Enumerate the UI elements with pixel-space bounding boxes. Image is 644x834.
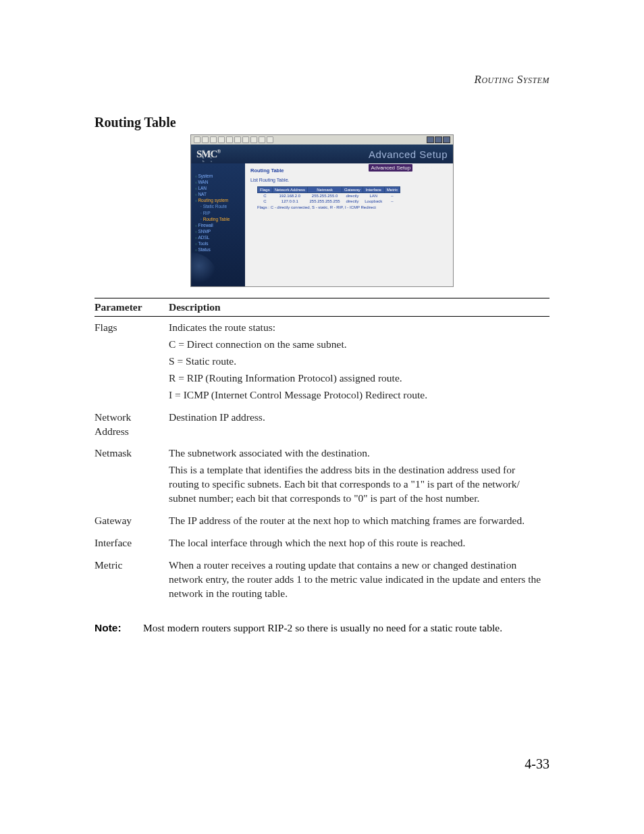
param-name: Metric xyxy=(95,554,169,605)
screenshot-container: SMC® N e t w o r k s Advanced Setup Adva… xyxy=(95,134,549,287)
toolbar-fav-icon[interactable] xyxy=(242,136,249,143)
main-panel: Routing Table List Routing Table. FlagsN… xyxy=(245,163,453,286)
note-text: Most modern routers support RIP-2 so the… xyxy=(143,620,502,635)
param-desc: Indicates the route status:C = Direct co… xyxy=(169,317,549,407)
window-controls xyxy=(427,136,450,143)
sidebar-item-routing-table[interactable]: Routing Table xyxy=(195,216,242,222)
sidebar: SystemWANLANNATRouting systemStatic Rout… xyxy=(191,163,245,286)
param-desc: Destination IP address. xyxy=(169,407,549,443)
table-row: C127.0.0.1255.255.255.255directlyLoopbac… xyxy=(258,199,400,204)
table-cell: LAN xyxy=(363,193,384,199)
table-cell: C xyxy=(258,193,273,199)
home-link[interactable]: Home xyxy=(414,165,429,171)
toolbar-print-icon[interactable] xyxy=(267,136,273,143)
desc-line: The local interface through which the ne… xyxy=(169,536,545,550)
toolbar-home-icon[interactable] xyxy=(226,136,233,143)
rt-header-metric: Metric xyxy=(384,187,400,193)
rt-header-flags: Flags xyxy=(258,187,273,193)
toolbar-search-icon[interactable] xyxy=(234,136,241,143)
rt-header-netmask: Netmask xyxy=(308,187,342,193)
running-head: Routing System xyxy=(475,73,549,86)
sidebar-item-system[interactable]: System xyxy=(195,173,242,179)
toolbar-back-icon[interactable] xyxy=(194,136,200,143)
logout-link[interactable]: Logout xyxy=(431,165,448,171)
maximize-icon[interactable] xyxy=(435,136,442,143)
col-parameter: Parameter xyxy=(95,298,169,317)
desc-line: When a router receives a routing update … xyxy=(169,558,545,601)
param-name: Interface xyxy=(95,532,169,554)
table-cell: 255.255.255.255 xyxy=(308,199,342,204)
param-row: Network AddressDestination IP address. xyxy=(95,407,549,443)
header-links: Advanced Setup Home Logout xyxy=(369,164,448,172)
table-cell: – xyxy=(384,193,400,199)
toolbar-stop-icon[interactable] xyxy=(210,136,217,143)
page: Routing System Routing Table xyxy=(0,0,644,834)
rt-header-interface: Interface xyxy=(363,187,384,193)
toolbar-history-icon[interactable] xyxy=(250,136,257,143)
param-desc: The IP address of the router at the next… xyxy=(169,510,549,532)
table-cell: 127.0.0.1 xyxy=(272,199,307,204)
sidebar-item-adsl[interactable]: ADSL xyxy=(195,234,242,240)
sidebar-item-nat[interactable]: NAT xyxy=(195,191,242,197)
sidebar-item-routing-system[interactable]: Routing system xyxy=(195,197,242,203)
note-block: Note: Most modern routers support RIP-2 … xyxy=(95,620,549,635)
toolbar-refresh-icon[interactable] xyxy=(218,136,225,143)
sidebar-item-snmp[interactable]: SNMP xyxy=(195,228,242,234)
table-cell: directly xyxy=(342,199,363,204)
panel-subtitle: List Routing Table. xyxy=(250,178,448,182)
sidebar-item-static-route[interactable]: Static Route xyxy=(195,203,242,209)
table-cell: C xyxy=(258,199,273,204)
close-icon[interactable] xyxy=(443,136,450,143)
col-description: Description xyxy=(169,298,549,317)
param-row: NetmaskThe subnetwork associated with th… xyxy=(95,442,549,510)
browser-toolbar xyxy=(191,135,453,145)
router-screenshot: SMC® N e t w o r k s Advanced Setup Adva… xyxy=(190,134,454,287)
sidebar-item-tools[interactable]: Tools xyxy=(195,240,242,246)
page-number: 4-33 xyxy=(525,756,549,772)
minimize-icon[interactable] xyxy=(427,136,434,143)
desc-line: The IP address of the router at the next… xyxy=(169,514,545,528)
desc-line: This is a template that identifies the a… xyxy=(169,463,545,506)
logo-subtext: N e t w o r k s xyxy=(203,149,220,163)
sidebar-item-lan[interactable]: LAN xyxy=(195,185,242,191)
table-cell: – xyxy=(384,199,400,204)
desc-line: Indicates the route status: xyxy=(169,321,545,335)
parameter-table: Parameter Description FlagsIndicates the… xyxy=(95,298,549,605)
sidebar-item-wan[interactable]: WAN xyxy=(195,179,242,185)
desc-line: Destination IP address. xyxy=(169,411,545,425)
desc-line: The subnetwork associated with the desti… xyxy=(169,446,545,461)
desc-line: I = ICMP (Internet Control Message Proto… xyxy=(169,388,545,402)
toolbar-mail-icon[interactable] xyxy=(259,136,265,143)
param-row: FlagsIndicates the route status:C = Dire… xyxy=(95,317,549,407)
rt-header-network-address: Network Address xyxy=(272,187,307,193)
table-cell: 192.168.2.0 xyxy=(272,193,307,199)
param-desc: The subnetwork associated with the desti… xyxy=(169,442,549,510)
param-name: Gateway xyxy=(95,510,169,532)
param-name: Netmask xyxy=(95,442,169,510)
param-name: Network Address xyxy=(95,407,169,443)
app-header: SMC® N e t w o r k s Advanced Setup Adva… xyxy=(191,145,453,163)
param-desc: When a router receives a routing update … xyxy=(169,554,549,605)
rt-header-gateway: Gateway xyxy=(342,187,363,193)
advanced-setup-badge: Advanced Setup xyxy=(369,164,412,172)
table-cell: directly xyxy=(342,193,363,199)
param-row: GatewayThe IP address of the router at t… xyxy=(95,510,549,532)
desc-line: R = RIP (Routing Information Protocol) a… xyxy=(169,371,545,386)
brand-logo: SMC® N e t w o r k s xyxy=(196,149,220,160)
toolbar-forward-icon[interactable] xyxy=(202,136,209,143)
param-name: Flags xyxy=(95,317,169,407)
flags-legend: Flags : C - directly connected, S - stat… xyxy=(257,205,448,209)
table-cell: Loopback xyxy=(363,199,384,204)
desc-line: C = Direct connection on the same subnet… xyxy=(169,338,545,352)
app-body: SystemWANLANNATRouting systemStatic Rout… xyxy=(191,163,453,286)
note-label: Note: xyxy=(95,620,143,635)
table-row: C192.168.2.0255.255.255.0directlyLAN– xyxy=(258,193,400,199)
param-row: InterfaceThe local interface through whi… xyxy=(95,532,549,554)
sidebar-decoration xyxy=(191,253,218,286)
table-cell: 255.255.255.0 xyxy=(308,193,342,199)
sidebar-item-status[interactable]: Status xyxy=(195,246,242,253)
sidebar-item-firewall[interactable]: Firewall xyxy=(195,222,242,228)
sidebar-item-rip[interactable]: RIP xyxy=(195,210,242,216)
routing-table: FlagsNetwork AddressNetmaskGatewayInterf… xyxy=(257,186,400,204)
section-title: Routing Table xyxy=(95,115,549,130)
